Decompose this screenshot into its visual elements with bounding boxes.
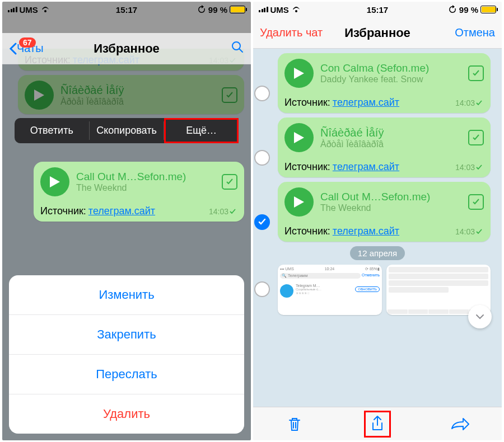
phone-left: UMS 15:17 99 % Чаты 67 Избранное Источни… bbox=[2, 2, 251, 440]
source-label: Источник: bbox=[284, 97, 330, 109]
select-circle[interactable] bbox=[254, 214, 270, 230]
status-bar: UMS 15:17 99 % bbox=[2, 2, 251, 17]
check-icon bbox=[476, 100, 484, 106]
sheet-edit[interactable]: Изменить bbox=[9, 275, 244, 315]
play-button[interactable] bbox=[284, 123, 314, 152]
sheet-delete[interactable]: Удалить bbox=[9, 394, 244, 434]
source-link[interactable]: телеграм.сайт bbox=[333, 161, 399, 173]
track-title: Call Out M…Sefon.me) bbox=[320, 191, 461, 203]
message-bubble[interactable]: Ñîáèðàé ÌåíÿÀðòåì ÏèâîâàðîâИсточник: тел… bbox=[278, 117, 491, 177]
action-sheet: Изменить Закрепить Переслать Удалить bbox=[9, 275, 244, 434]
phone-right: UMS 15:17 99 % Удалить чат Избранное Отм… bbox=[253, 2, 502, 440]
select-circle[interactable] bbox=[254, 281, 270, 297]
unread-badge: 67 bbox=[19, 37, 36, 48]
track-title: Call Out M…Sefon.me) bbox=[76, 171, 215, 183]
check-icon bbox=[230, 209, 237, 214]
sheet-forward[interactable]: Переслать bbox=[9, 355, 244, 394]
back-button[interactable]: Чаты 67 bbox=[9, 42, 44, 55]
ctx-reply[interactable]: Ответить bbox=[15, 118, 89, 143]
scroll-to-bottom-button[interactable] bbox=[468, 305, 492, 328]
source-link[interactable]: телеграм.сайт bbox=[333, 225, 399, 237]
screenshot-thumb[interactable]: ••• UMS10:24⟳ 85%▮ 🔍 Телеграмм Отменить … bbox=[278, 265, 382, 315]
track-artist: Daddy Yankee feat. Snow bbox=[320, 74, 461, 84]
search-button[interactable] bbox=[231, 40, 244, 57]
timestamp: 14:03 bbox=[209, 207, 228, 216]
share-button[interactable] bbox=[364, 411, 391, 438]
saved-icon bbox=[468, 65, 484, 81]
selection-toolbar bbox=[253, 407, 502, 440]
cancel-button[interactable]: Отмена bbox=[455, 26, 495, 39]
check-icon bbox=[476, 164, 484, 170]
timestamp: 14:03 bbox=[455, 227, 475, 236]
source-label: Источник: bbox=[284, 225, 330, 237]
select-circle[interactable] bbox=[254, 150, 270, 166]
battery-icon bbox=[230, 6, 245, 13]
chevron-down-icon bbox=[474, 311, 486, 322]
chat-background: Con Calma (Sefon.me)Daddy Yankee feat. S… bbox=[253, 49, 502, 407]
track-title: Ñîáèðàé Ìåíÿ bbox=[320, 126, 461, 139]
search-icon bbox=[231, 40, 244, 54]
message-bubble-focused[interactable]: Call Out M…Sefon.me) The Weeknd Источник… bbox=[34, 162, 244, 222]
saved-icon bbox=[468, 130, 484, 145]
message-bubble[interactable]: Con Calma (Sefon.me)Daddy Yankee feat. S… bbox=[278, 53, 491, 113]
timestamp: 14:03 bbox=[455, 163, 475, 172]
media-message[interactable]: ••• UMS10:24⟳ 85%▮ 🔍 Телеграмм Отменить … bbox=[253, 265, 502, 321]
forward-button[interactable] bbox=[447, 411, 474, 438]
nav-bar: Чаты 67 Избранное bbox=[2, 33, 251, 64]
message-bubble[interactable]: Call Out M…Sefon.me)The WeekndИсточник: … bbox=[278, 182, 491, 242]
track-title: Con Calma (Sefon.me) bbox=[320, 62, 461, 74]
saved-icon bbox=[222, 174, 237, 190]
status-time: 15:17 bbox=[2, 5, 251, 15]
select-circle[interactable] bbox=[254, 86, 270, 101]
trash-button[interactable] bbox=[281, 411, 308, 438]
nav-bar: Удалить чат Избранное Отмена bbox=[253, 17, 502, 49]
sheet-pin[interactable]: Закрепить bbox=[9, 315, 244, 355]
battery-icon bbox=[480, 6, 496, 13]
forward-icon bbox=[451, 417, 470, 431]
track-artist: Àðòåì Ïèâîâàðîâ bbox=[320, 139, 461, 149]
track-artist: The Weeknd bbox=[320, 203, 461, 213]
status-bar: UMS 15:17 99 % bbox=[253, 2, 502, 17]
timestamp: 14:03 bbox=[455, 98, 475, 107]
source-link[interactable]: телеграм.сайт bbox=[333, 97, 399, 109]
play-button[interactable] bbox=[284, 187, 314, 217]
context-menu: Ответить Скопировать Ещё… bbox=[15, 118, 239, 143]
play-button[interactable] bbox=[284, 59, 314, 88]
source-link[interactable]: телеграм.сайт bbox=[88, 205, 155, 217]
svg-line-1 bbox=[239, 49, 242, 52]
status-time: 15:17 bbox=[253, 5, 502, 15]
telegram-icon bbox=[280, 284, 293, 298]
track-artist: The Weeknd bbox=[76, 183, 215, 193]
trash-icon bbox=[287, 416, 302, 432]
source-label: Источник: bbox=[40, 205, 86, 217]
share-icon bbox=[370, 415, 385, 433]
ctx-more[interactable]: Ещё… bbox=[164, 118, 239, 143]
check-icon bbox=[476, 229, 484, 234]
play-button[interactable] bbox=[40, 167, 69, 196]
source-label: Источник: bbox=[284, 161, 330, 173]
saved-icon bbox=[468, 194, 484, 210]
date-separator: 12 апреля bbox=[350, 246, 405, 260]
delete-chat-button[interactable]: Удалить чат bbox=[260, 26, 323, 39]
